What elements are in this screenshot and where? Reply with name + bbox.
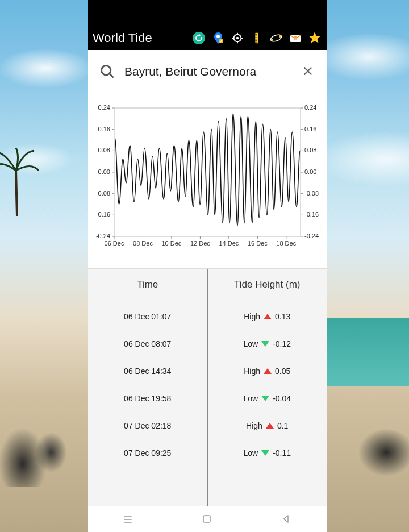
tide-chart[interactable]: -0.24-0.24-0.16-0.16-0.08-0.080.000.000.… bbox=[88, 91, 327, 255]
location-pin-icon[interactable] bbox=[211, 31, 226, 45]
height-column: Tide Height (m) High0.13Low-0.12High0.05… bbox=[207, 269, 327, 506]
table-row-height: Low-0.04 bbox=[208, 385, 327, 412]
svg-text:-0.16: -0.16 bbox=[96, 211, 110, 218]
table-row-time: 07 Dec 02:18 bbox=[88, 412, 207, 439]
refresh-icon[interactable] bbox=[191, 31, 206, 45]
table-row-height: Low-0.11 bbox=[208, 439, 327, 467]
table-row-height: High0.1 bbox=[208, 412, 327, 439]
close-icon[interactable] bbox=[302, 65, 315, 78]
svg-text:-0.08: -0.08 bbox=[304, 190, 319, 197]
svg-point-6 bbox=[270, 34, 282, 43]
svg-text:16 Dec: 16 Dec bbox=[248, 240, 268, 247]
svg-text:12 Dec: 12 Dec bbox=[190, 240, 210, 247]
star-icon[interactable] bbox=[307, 31, 322, 45]
svg-text:0.08: 0.08 bbox=[98, 147, 110, 153]
triangle-up-icon bbox=[264, 314, 272, 319]
table-row-height: Low-0.12 bbox=[208, 330, 327, 358]
app-bar: World Tide @ bbox=[88, 16, 327, 50]
home-button[interactable] bbox=[202, 514, 213, 525]
height-header: Tide Height (m) bbox=[208, 269, 327, 303]
triangle-up-icon bbox=[264, 368, 272, 374]
back-button[interactable] bbox=[281, 514, 293, 525]
system-nav-bar bbox=[88, 506, 327, 532]
svg-text:@: @ bbox=[294, 36, 297, 40]
svg-text:08 Dec: 08 Dec bbox=[133, 240, 153, 247]
table-row-time: 06 Dec 19:58 bbox=[88, 385, 207, 412]
tide-chart-svg: -0.24-0.24-0.16-0.16-0.08-0.080.000.000.… bbox=[91, 102, 323, 250]
app-title: World Tide bbox=[93, 31, 188, 45]
time-column: Time 06 Dec 01:0706 Dec 08:0706 Dec 14:3… bbox=[88, 269, 207, 506]
table-row-height: High0.05 bbox=[208, 358, 327, 385]
svg-text:-0.16: -0.16 bbox=[304, 211, 319, 218]
ruler-icon[interactable] bbox=[249, 31, 264, 45]
table-row-time: 07 Dec 09:25 bbox=[88, 439, 207, 467]
svg-text:06 Dec: 06 Dec bbox=[105, 240, 124, 247]
svg-text:0.00: 0.00 bbox=[98, 168, 110, 175]
content-area: Bayrut, Beirut Governora -0.24-0.24-0.16… bbox=[88, 50, 327, 506]
table-row-time: 06 Dec 14:34 bbox=[88, 358, 207, 385]
app-bar-actions: @ bbox=[191, 31, 322, 45]
svg-point-12 bbox=[102, 66, 111, 75]
svg-text:0.24: 0.24 bbox=[304, 104, 316, 111]
time-header: Time bbox=[88, 269, 207, 303]
recent-apps-button[interactable] bbox=[122, 514, 133, 525]
gps-target-icon[interactable] bbox=[230, 31, 245, 45]
table-row-time: 06 Dec 01:07 bbox=[88, 303, 207, 330]
app-window: World Tide @ bbox=[88, 0, 327, 532]
svg-text:10 Dec: 10 Dec bbox=[161, 240, 181, 247]
table-row-height: High0.13 bbox=[208, 303, 327, 330]
svg-text:-0.24: -0.24 bbox=[96, 232, 110, 239]
svg-rect-56 bbox=[203, 516, 210, 522]
triangle-down-icon bbox=[261, 450, 269, 456]
svg-text:0.16: 0.16 bbox=[304, 126, 316, 132]
search-icon[interactable] bbox=[99, 64, 115, 80]
svg-text:0.00: 0.00 bbox=[304, 168, 316, 175]
mail-icon[interactable]: @ bbox=[288, 31, 303, 45]
svg-point-4 bbox=[236, 37, 239, 40]
triangle-down-icon bbox=[261, 341, 269, 347]
svg-text:0.16: 0.16 bbox=[98, 126, 110, 132]
tide-table: Time 06 Dec 01:0706 Dec 08:0706 Dec 14:3… bbox=[88, 268, 327, 506]
search-bar: Bayrut, Beirut Governora bbox=[88, 50, 327, 91]
svg-text:-0.24: -0.24 bbox=[304, 232, 319, 239]
svg-point-1 bbox=[216, 35, 220, 38]
search-input[interactable]: Bayrut, Beirut Governora bbox=[124, 65, 293, 78]
triangle-up-icon bbox=[266, 423, 274, 429]
triangle-down-icon bbox=[261, 396, 269, 401]
svg-point-7 bbox=[271, 39, 273, 41]
table-row-time: 06 Dec 08:07 bbox=[88, 330, 207, 358]
svg-text:-0.08: -0.08 bbox=[96, 190, 110, 197]
svg-text:0.08: 0.08 bbox=[304, 147, 316, 153]
svg-point-8 bbox=[279, 35, 281, 38]
svg-text:0.24: 0.24 bbox=[98, 104, 110, 111]
svg-text:14 Dec: 14 Dec bbox=[219, 240, 239, 247]
svg-text:18 Dec: 18 Dec bbox=[276, 240, 296, 247]
orbit-icon[interactable] bbox=[269, 31, 283, 45]
